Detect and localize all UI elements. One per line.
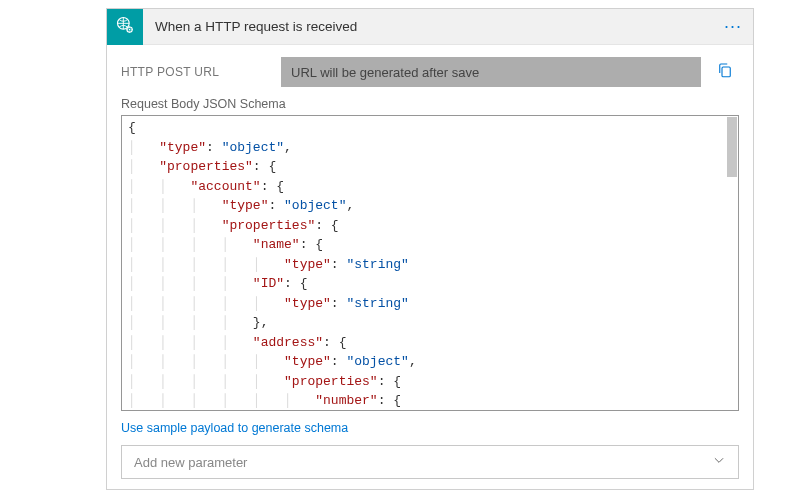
copy-icon — [716, 61, 734, 83]
chevron-down-icon — [712, 453, 726, 471]
schema-code: {│ "type": "object",│ "properties": {│ │… — [128, 118, 730, 411]
svg-point-2 — [129, 28, 131, 30]
url-field: URL will be generated after save — [281, 57, 701, 87]
globe-gear-icon — [115, 15, 135, 39]
code-line: │ │ │ │ "address": { — [128, 333, 730, 353]
http-trigger-card: When a HTTP request is received ··· HTTP… — [106, 8, 754, 490]
sample-payload-link[interactable]: Use sample payload to generate schema — [121, 421, 739, 435]
code-line: │ │ │ "type": "object", — [128, 196, 730, 216]
more-menu-button[interactable]: ··· — [713, 16, 753, 37]
code-line: │ │ │ │ │ "type": "object", — [128, 352, 730, 372]
code-line: │ │ │ │ │ "type": "string" — [128, 255, 730, 275]
copy-url-button[interactable] — [711, 58, 739, 86]
schema-label: Request Body JSON Schema — [121, 97, 739, 111]
svg-rect-3 — [722, 67, 730, 77]
code-line: │ │ │ │ }, — [128, 313, 730, 333]
card-title: When a HTTP request is received — [143, 19, 713, 34]
code-line: │ │ │ │ "name": { — [128, 235, 730, 255]
code-line: │ │ │ │ "ID": { — [128, 274, 730, 294]
code-line: │ "type": "object", — [128, 138, 730, 158]
code-line: │ "properties": { — [128, 157, 730, 177]
url-label: HTTP POST URL — [121, 65, 271, 79]
code-line: │ │ │ │ │ "type": "string" — [128, 294, 730, 314]
trigger-icon-box — [107, 9, 143, 45]
url-value: URL will be generated after save — [291, 65, 479, 80]
card-body: HTTP POST URL URL will be generated afte… — [107, 45, 753, 489]
code-line: │ │ │ "properties": { — [128, 216, 730, 236]
code-line: { — [128, 118, 730, 138]
schema-textarea[interactable]: {│ "type": "object",│ "properties": {│ │… — [121, 115, 739, 411]
code-line: │ │ │ │ │ │ "number": { — [128, 391, 730, 411]
code-line: │ │ │ │ │ "properties": { — [128, 372, 730, 392]
scrollbar-thumb[interactable] — [727, 117, 737, 177]
url-row: HTTP POST URL URL will be generated afte… — [121, 57, 739, 87]
add-parameter-select[interactable]: Add new parameter — [121, 445, 739, 479]
card-header[interactable]: When a HTTP request is received ··· — [107, 9, 753, 45]
param-placeholder: Add new parameter — [134, 455, 247, 470]
code-line: │ │ "account": { — [128, 177, 730, 197]
code-line: │ │ │ │ │ │ │ "type": "string" — [128, 411, 730, 412]
